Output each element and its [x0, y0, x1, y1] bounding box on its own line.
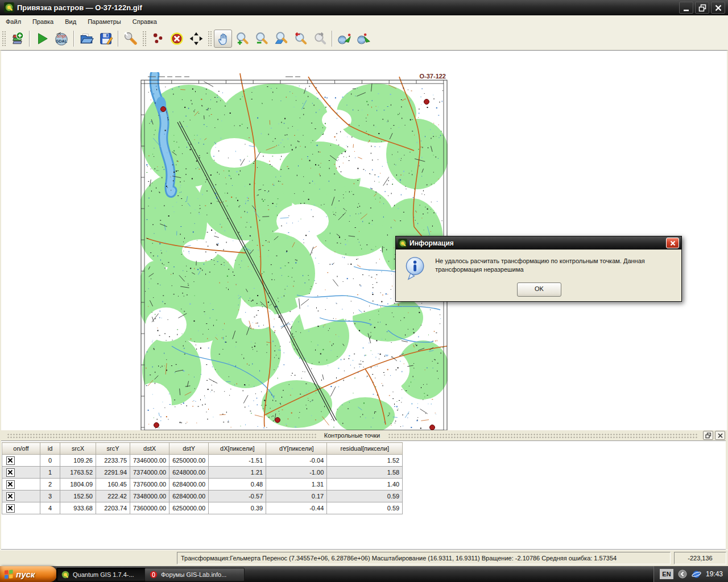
dialog-close-button[interactable] [666, 238, 679, 248]
zoom-next-button[interactable] [311, 30, 329, 48]
dialog-title: Информация [410, 239, 454, 247]
col-dstx[interactable]: dstX [130, 443, 169, 455]
language-indicator[interactable]: EN [660, 569, 673, 579]
transform-status: Трансформация:Гельмерта Перенос (7.34557… [177, 552, 671, 564]
add-point-button[interactable] [148, 30, 167, 48]
coordinate-display: -223,136 [674, 552, 726, 564]
gcp-enabled-checkbox[interactable] [6, 468, 15, 477]
qgis-dialog-icon [398, 239, 407, 248]
table-header-row: on/off id srcX srcY dstX dstY dX[пиксели… [2, 443, 403, 455]
col-dy[interactable]: dY[пиксели] [266, 443, 327, 455]
gdal-script-button[interactable]: GDALscript [52, 30, 71, 48]
save-gcp-icon [98, 31, 113, 46]
dock-close-button[interactable] [715, 431, 725, 440]
taskbar: пуск Quantum GIS 1.7.4-... Форумы GIS-La… [0, 566, 728, 582]
move-point-icon [189, 31, 204, 46]
move-point-button[interactable] [187, 30, 205, 48]
menu-view[interactable]: Вид [59, 16, 82, 27]
start-label: пуск [16, 569, 35, 579]
delete-point-icon [169, 31, 184, 46]
gcp-marker[interactable] [154, 423, 159, 428]
add-raster-button[interactable] [8, 30, 26, 48]
transformation-settings-button[interactable] [122, 30, 140, 48]
toolbar: GDALscript [0, 27, 728, 51]
svg-text:script: script [57, 34, 67, 39]
col-residual[interactable]: residual[пиксели] [327, 443, 403, 455]
link-georeferencer-to-qgis-icon [337, 31, 352, 46]
gcp-marker[interactable] [424, 99, 429, 105]
desktop: { "window": { "title": "Привязка растров… [0, 0, 728, 582]
table-row[interactable]: 1 1763.52 2291.94 7374000.00 6248000.00 … [2, 467, 403, 479]
gcp-table-area: on/off id srcX srcY dstX dstY dX[пиксели… [1, 440, 726, 550]
table-row[interactable]: 3 152.50 222.42 7348000.00 6284000.00 -0… [2, 490, 403, 502]
zoom-last-icon [293, 31, 308, 46]
gcp-enabled-checkbox[interactable] [6, 492, 15, 501]
qgis-app-icon [4, 2, 14, 14]
dialog-body: Не удалось расчитать трансформацию по ко… [396, 250, 681, 282]
gcp-enabled-checkbox[interactable] [6, 480, 15, 489]
save-gcp-button[interactable] [97, 30, 115, 48]
dialog-titlebar: Информация [396, 236, 681, 250]
col-dsty[interactable]: dstY [169, 443, 209, 455]
col-srcx[interactable]: srcX [60, 443, 96, 455]
zoom-in-icon [235, 31, 250, 46]
minimize-button[interactable] [679, 2, 693, 14]
gcp-marker[interactable] [275, 418, 280, 423]
zoom-last-button[interactable] [291, 30, 309, 48]
statusbar: Трансформация:Гельмерта Перенос (7.34557… [0, 550, 728, 567]
dock-drag-texture[interactable] [7, 433, 316, 438]
pan-icon [216, 31, 230, 46]
info-dialog: Информация Не удалось расчитать трансфор… [395, 236, 682, 302]
toolbar-drag-handle[interactable] [208, 31, 212, 47]
link-georeferencer-to-qgis-button[interactable] [336, 30, 354, 48]
menu-help[interactable]: Справка [127, 16, 163, 27]
col-dx[interactable]: dX[пиксели] [209, 443, 266, 455]
clock: 19:43 [706, 570, 723, 578]
hide-tray-icons-icon[interactable] [678, 569, 687, 579]
gcp-marker[interactable] [430, 425, 435, 430]
system-tray: EN 19:43 [653, 566, 728, 582]
table-row[interactable]: 4 933.68 2203.74 7360000.00 6250000.00 0… [2, 502, 403, 514]
link-qgis-to-georeferencer-icon [357, 31, 371, 46]
col-id[interactable]: id [40, 443, 60, 455]
gcp-enabled-checkbox[interactable] [6, 456, 15, 465]
ok-button[interactable]: OK [517, 282, 561, 297]
restore-button[interactable] [695, 2, 709, 14]
taskbar-item-qgis[interactable]: Quantum GIS 1.7.4-... [56, 568, 151, 581]
table-row[interactable]: 0 109.26 2233.75 7346000.00 6250000.00 -… [2, 455, 403, 467]
close-button[interactable] [711, 2, 725, 14]
task-label: Форумы GIS-Lab.info... [161, 571, 226, 578]
open-gcp-icon [79, 31, 94, 46]
start-georeferencing-button[interactable] [33, 30, 51, 48]
dock-float-button[interactable] [703, 431, 713, 440]
zoom-out-icon [254, 31, 269, 46]
window-title: Привязка растров — O-37-122n.gif [17, 3, 142, 12]
toolbar-drag-handle[interactable] [2, 31, 6, 47]
menu-settings[interactable]: Параметры [82, 16, 127, 27]
transformation-settings-icon [123, 31, 138, 46]
gcp-marker[interactable] [161, 107, 166, 112]
start-button[interactable]: пуск [0, 566, 57, 582]
table-row[interactable]: 2 1804.09 160.45 7376000.00 6284000.00 0… [2, 479, 403, 490]
zoom-to-layer-button[interactable] [272, 30, 290, 48]
delete-point-button[interactable] [168, 30, 186, 48]
tray-app-icon[interactable] [692, 569, 701, 579]
taskbar-item-browser[interactable]: Форумы GIS-Lab.info... [144, 568, 245, 581]
col-srcy[interactable]: srcY [96, 443, 130, 455]
gcp-enabled-checkbox[interactable] [6, 504, 15, 513]
col-onoff[interactable]: on/off [2, 443, 40, 455]
toolbar-separator [29, 31, 30, 47]
pan-button[interactable] [214, 30, 232, 48]
svg-text:GDAL: GDAL [56, 39, 68, 43]
window-titlebar: Привязка растров — O-37-122n.gif [0, 0, 728, 15]
menu-file[interactable]: Файл [0, 16, 27, 27]
task-label: Quantum GIS 1.7.4-... [73, 571, 134, 578]
dock-drag-texture[interactable] [388, 433, 697, 438]
open-gcp-button[interactable] [77, 30, 96, 48]
menu-edit[interactable]: Правка [27, 16, 59, 27]
add-raster-icon [10, 31, 24, 46]
zoom-out-button[interactable] [253, 30, 271, 48]
link-qgis-to-georeferencer-button[interactable] [355, 30, 373, 48]
zoom-in-button[interactable] [233, 30, 251, 48]
toolbar-drag-handle[interactable] [142, 31, 146, 47]
